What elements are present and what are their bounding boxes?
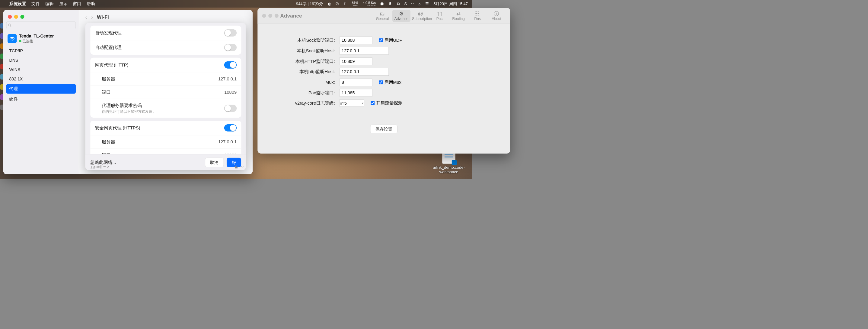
advance-window: Advance 🗂︎General ⚙︎Advance @Subscriptio…	[257, 8, 510, 154]
cube-icon[interactable]: ⬢	[380, 1, 383, 6]
menu-help[interactable]: 帮助	[87, 1, 95, 7]
network-speed: ↑ 0.5 K/s↓ 0.5 K/s	[363, 1, 376, 6]
sock-port-label: 本机Sock监听端口:	[271, 37, 340, 43]
https-proxy-toggle[interactable]	[224, 124, 236, 132]
sidebar-item-8021x[interactable]: 802.1X	[6, 75, 76, 84]
http-host-input[interactable]	[340, 68, 389, 76]
https-port-value[interactable]: 10809	[224, 153, 237, 154]
battery-percent[interactable]: 81%MEM	[352, 1, 359, 6]
screenshot-icon[interactable]: ⧉	[397, 1, 400, 6]
auto-discover-toggle[interactable]	[224, 29, 236, 36]
wifi-footer-icon[interactable]: ⌔	[241, 165, 244, 169]
tab-about[interactable]: ⓘAbout	[488, 10, 505, 22]
proxy-sheet: 自动发现代理 自动配置代理 网页代理 (HTTP) 服务器127.0.0.1 端…	[85, 23, 246, 170]
menu-window[interactable]: 窗口	[73, 1, 81, 7]
control-center-icon[interactable]: ☰	[425, 1, 429, 6]
character-palette: ÷±≤•◊®™√	[88, 165, 109, 169]
http-port-label: 端口	[102, 89, 111, 95]
sidebar-item-wins[interactable]: WINS	[6, 65, 76, 74]
save-button[interactable]: 保存设置	[370, 125, 398, 133]
https-port-label: 端口	[102, 152, 111, 154]
http-port-value[interactable]: 10809	[224, 89, 237, 94]
search-icon	[8, 23, 12, 27]
sidebar-item-hardware[interactable]: 硬件	[6, 94, 76, 104]
zoom-button[interactable]	[275, 14, 279, 18]
gear-icon: ⚙︎	[393, 11, 409, 16]
enable-mux-checkbox[interactable]	[379, 80, 383, 84]
moon-icon[interactable]: ☾	[343, 1, 347, 6]
log-level-select[interactable]: info	[340, 100, 364, 106]
tab-dns[interactable]: ☷Dns	[468, 10, 487, 22]
tab-pac[interactable]: ▯▯Pac	[430, 10, 448, 22]
system-settings-window: Tenda_TL-Center 已连接 TCP/IP DNS WINS 802.…	[3, 10, 253, 174]
http-proxy-toggle[interactable]	[224, 61, 236, 68]
clock[interactable]: 5月23日 周四 15:47	[433, 1, 468, 6]
sogou-icon[interactable]: S	[404, 1, 407, 6]
sock-port-input[interactable]	[340, 36, 372, 44]
tab-advance[interactable]: ⚙︎Advance	[392, 10, 410, 22]
book-icon: ▯▯	[431, 11, 447, 16]
http-proxy-label: 网页代理 (HTTP)	[95, 62, 128, 68]
http-port-label: 本机HTTP监听端口:	[271, 58, 340, 64]
connection-status: 已连接	[19, 39, 54, 44]
status-icon-1[interactable]: ◐	[328, 1, 331, 6]
page-title: Wi-Fi	[97, 14, 109, 20]
mux-input[interactable]	[340, 79, 372, 86]
http-server-value[interactable]: 127.0.0.1	[218, 76, 237, 81]
tab-subscription[interactable]: @Subscription	[411, 10, 430, 22]
general-icon: 🗂︎	[374, 11, 391, 16]
minimize-button[interactable]	[268, 14, 272, 18]
zoom-button[interactable]	[20, 15, 24, 19]
window-controls-inactive	[262, 14, 279, 18]
https-server-label: 服务器	[102, 139, 115, 145]
https-server-value[interactable]: 127.0.0.1	[218, 139, 237, 144]
http-host-label: 本机http监听Host:	[271, 69, 340, 75]
typing-stat: 944字 | 19字/分	[296, 1, 323, 6]
wechat-icon[interactable]: ✇	[336, 1, 339, 6]
sidebar-item-tcpip[interactable]: TCP/IP	[6, 47, 76, 56]
ssid-label: Tenda_TL-Center	[19, 33, 54, 39]
auto-config-toggle[interactable]	[224, 44, 236, 51]
sidebar-item-proxy[interactable]: 代理	[6, 84, 76, 94]
settings-sidebar: Tenda_TL-Center 已连接 TCP/IP DNS WINS 802.…	[3, 10, 79, 174]
close-button[interactable]	[8, 15, 12, 19]
advance-tabs: 🗂︎General ⚙︎Advance @Subscription ▯▯Pac …	[373, 10, 505, 22]
minimize-button[interactable]	[14, 15, 18, 19]
sock-host-label: 本机Sock监听Host:	[271, 48, 340, 54]
current-network[interactable]: Tenda_TL-Center 已连接	[7, 33, 74, 44]
auto-discover-label: 自动发现代理	[95, 30, 121, 36]
http-port-input[interactable]	[340, 57, 372, 65]
menu-file[interactable]: 文件	[31, 1, 40, 7]
tab-routing[interactable]: ⇄Routing	[450, 10, 467, 22]
routing-icon: ⇄	[450, 11, 467, 16]
advance-form: 本机Sock监听端口: 启用UDP 本机Sock监听Host: 本机HTTP监听…	[257, 24, 510, 142]
search-field[interactable]	[6, 22, 76, 29]
app-menu[interactable]: 系统设置	[9, 1, 26, 7]
proxy-auth-toggle[interactable]	[224, 105, 236, 112]
battery-icon[interactable]: 🔋︎	[389, 1, 392, 6]
sock-host-input[interactable]	[340, 47, 389, 54]
sidebar-item-dns[interactable]: DNS	[6, 56, 76, 65]
enable-udp-checkbox[interactable]	[379, 38, 383, 42]
menu-edit[interactable]: 编辑	[45, 1, 54, 7]
advance-title: Advance	[280, 13, 302, 19]
tab-general[interactable]: 🗂︎General	[373, 10, 392, 22]
at-icon: @	[412, 11, 429, 16]
sniff-checkbox[interactable]	[371, 101, 375, 105]
dns-icon: ☷	[469, 11, 486, 16]
window-controls	[8, 15, 24, 19]
nav-forward-icon: ›	[91, 14, 93, 20]
http-server-label: 服务器	[102, 76, 115, 82]
wifi-icon[interactable]: ⌔	[411, 1, 414, 6]
menu-view[interactable]: 显示	[59, 1, 68, 7]
wifi-badge-icon	[7, 34, 17, 43]
pac-port-label: Pac监听端口:	[271, 90, 340, 96]
lock-icon[interactable]: 🔒︎	[234, 165, 238, 169]
info-icon: ⓘ	[488, 11, 505, 16]
close-button[interactable]	[262, 14, 266, 18]
spotlight-icon[interactable]: ⌕	[418, 1, 421, 6]
enable-udp-label: 启用UDP	[384, 37, 402, 43]
pac-port-input[interactable]	[340, 89, 372, 97]
sniff-label: 开启流量探测	[376, 100, 403, 106]
nav-back-icon[interactable]: ‹	[85, 14, 87, 20]
